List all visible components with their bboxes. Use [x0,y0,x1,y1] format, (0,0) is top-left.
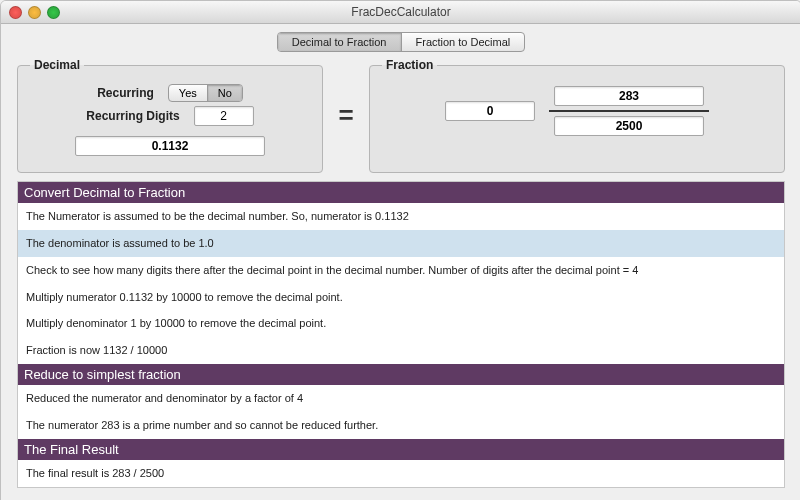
minimize-icon[interactable] [28,6,41,19]
step-paragraph: Check to see how many digits there after… [18,257,784,284]
tab-decimal-to-fraction[interactable]: Decimal to Fraction [278,33,401,51]
app-window: FracDecCalculator Decimal to Fraction Fr… [0,0,800,500]
step-heading: Reduce to simplest fraction [18,364,784,385]
window-controls [9,6,60,19]
close-icon[interactable] [9,6,22,19]
steps-panel: Convert Decimal to FractionThe Numerator… [17,181,785,488]
decimal-value-input[interactable] [75,136,265,156]
fraction-denominator-input[interactable] [554,116,704,136]
step-paragraph: The Numerator is assumed to be the decim… [18,203,784,230]
fraction-numerator-input[interactable] [554,86,704,106]
step-paragraph: Multiply numerator 0.1132 by 10000 to re… [18,284,784,311]
fraction-panel: Fraction [369,58,785,173]
titlebar: FracDecCalculator [1,1,800,24]
tab-fraction-to-decimal[interactable]: Fraction to Decimal [401,33,525,51]
recurring-no-button[interactable]: No [207,85,242,101]
recurring-toggle: Yes No [168,84,243,102]
step-paragraph: The denominator is assumed to be 1.0 [18,230,784,257]
mode-tabs: Decimal to Fraction Fraction to Decimal [17,32,785,52]
step-paragraph: The final result is 283 / 2500 [18,460,784,487]
recurring-digits-input[interactable] [194,106,254,126]
fraction-column [549,86,709,136]
step-heading: The Final Result [18,439,784,460]
fraction-bar-icon [549,110,709,112]
step-paragraph: Fraction is now 1132 / 10000 [18,337,784,364]
decimal-panel: Decimal Recurring Yes No Recurring Digit… [17,58,323,173]
recurring-digits-label: Recurring Digits [86,109,179,123]
step-paragraph: The numerator 283 is a prime number and … [18,412,784,439]
io-row: Decimal Recurring Yes No Recurring Digit… [17,58,785,173]
content-area: Decimal to Fraction Fraction to Decimal … [1,24,800,500]
decimal-legend: Decimal [30,58,84,72]
equals-column: = [329,58,363,173]
step-heading: Convert Decimal to Fraction [18,182,784,203]
fraction-legend: Fraction [382,58,437,72]
zoom-icon[interactable] [47,6,60,19]
fraction-whole-input[interactable] [445,101,535,121]
recurring-label: Recurring [97,86,154,100]
equals-icon: = [338,100,353,131]
window-title: FracDecCalculator [9,5,793,19]
step-paragraph: Reduced the numerator and denominator by… [18,385,784,412]
recurring-yes-button[interactable]: Yes [169,85,207,101]
step-paragraph: Multiply denominator 1 by 10000 to remov… [18,310,784,337]
